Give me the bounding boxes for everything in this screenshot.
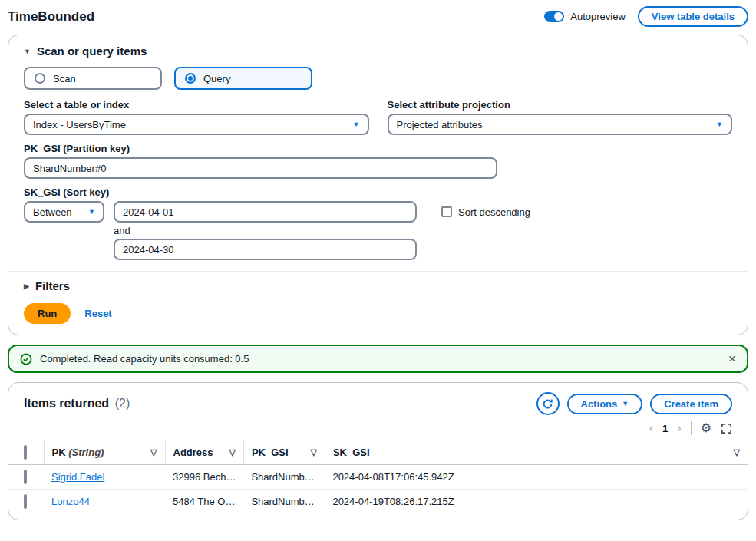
sort-key-field: SK_GSI (Sort key) Between ▼ Sort descend… (24, 186, 732, 260)
caret-down-icon: ▼ (88, 208, 95, 216)
sort-key-condition-select[interactable]: Between ▼ (24, 201, 104, 223)
cell-address: 32996 Bech… (165, 465, 243, 490)
items-returned-panel: Items returned (2) Actions ▼ Create item… (8, 382, 748, 520)
caret-down-icon: ▼ (353, 120, 360, 128)
toggle-knob (554, 12, 563, 21)
table-row: Lonzo44 5484 The O… ShardNumb… 2024-04-1… (8, 490, 748, 514)
query-radio-label: Query (203, 73, 230, 84)
refresh-button[interactable] (536, 392, 560, 415)
results-header: Items returned (2) Actions ▼ Create item (24, 392, 732, 415)
scan-query-tiles: Scan Query (24, 67, 732, 90)
scan-query-section-title: Scan or query items (37, 45, 147, 58)
cell-pk-gsi: ShardNumb… (243, 490, 325, 514)
caret-down-icon: ▼ (716, 120, 723, 128)
query-radio[interactable] (185, 73, 196, 84)
pagination-row: ‹ 1 › ⚙ (24, 421, 732, 435)
section-divider (8, 271, 748, 272)
scan-query-section-header[interactable]: ▼ Scan or query items (24, 45, 732, 58)
sort-key-row: Between ▼ Sort descending (24, 201, 732, 223)
filters-section-title: Filters (35, 279, 70, 292)
results-title-group: Items returned (2) (24, 397, 130, 411)
table-header-row: PK (String) ▽ Address ▽ PK_GSI ▽ (8, 440, 748, 465)
sort-icon[interactable]: ▽ (229, 447, 235, 457)
cell-sk-gsi: 2024-04-08T17:06:45.942Z (325, 465, 748, 490)
caret-right-icon: ▶ (24, 282, 29, 290)
filters-section-header[interactable]: ▶ Filters (24, 279, 732, 292)
autopreview-toggle-group[interactable]: Autopreview (544, 11, 626, 22)
attribute-projection-label: Select attribute projection (388, 99, 733, 111)
select-all-checkbox[interactable] (24, 445, 27, 460)
page-number-1[interactable]: 1 (662, 423, 668, 434)
column-header-sk-gsi[interactable]: SK_GSI ▽ (325, 440, 748, 465)
create-item-button[interactable]: Create item (650, 394, 732, 414)
sort-key-condition-value: Between (33, 206, 72, 218)
items-table: PK (String) ▽ Address ▽ PK_GSI ▽ (8, 440, 748, 513)
autopreview-label: Autopreview (570, 11, 626, 22)
cell-sk-gsi: 2024-04-19T08:26:17.215Z (325, 490, 748, 514)
autopreview-toggle[interactable] (544, 11, 564, 22)
alert-close-icon[interactable]: × (728, 352, 736, 365)
partition-key-input[interactable] (24, 157, 497, 179)
table-index-select[interactable]: Index - UsersByTime ▼ (24, 114, 369, 135)
view-table-details-button[interactable]: View table details (638, 6, 748, 27)
sort-icon[interactable]: ▽ (734, 447, 740, 457)
actions-button[interactable]: Actions ▼ (567, 394, 643, 414)
sort-descending-label: Sort descending (458, 206, 530, 218)
preferences-gear-icon[interactable]: ⚙ (701, 422, 711, 434)
caret-down-icon: ▼ (24, 48, 31, 55)
item-pk-link[interactable]: Sigrid.Fadel (51, 471, 104, 483)
toolbar-divider (691, 421, 692, 435)
table-index-label: Select a table or index (24, 99, 369, 111)
sort-key-label: SK_GSI (Sort key) (24, 186, 732, 198)
previous-page-icon[interactable]: ‹ (649, 422, 653, 434)
results-title: Items returned (24, 397, 109, 410)
column-header-pk-gsi[interactable]: PK_GSI ▽ (243, 440, 325, 465)
scan-query-panel: ▼ Scan or query items Scan Query Select … (8, 35, 748, 335)
sort-icon[interactable]: ▽ (150, 447, 157, 457)
cell-pk-gsi: ShardNumb… (243, 465, 325, 490)
partition-key-label: PK_GSI (Partition key) (24, 143, 732, 154)
item-pk-link[interactable]: Lonzo44 (51, 496, 90, 507)
sort-descending-checkbox[interactable] (441, 206, 452, 217)
success-alert: Completed. Read capacity units consumed:… (8, 345, 748, 373)
fullscreen-icon[interactable] (721, 423, 732, 434)
partition-key-field: PK_GSI (Partition key) (24, 143, 732, 179)
scan-radio-label: Scan (53, 73, 76, 84)
attribute-projection-select-value: Projected attributes (397, 119, 483, 130)
next-page-icon[interactable]: › (677, 422, 681, 434)
sort-icon[interactable]: ▽ (310, 447, 316, 457)
run-button[interactable]: Run (24, 303, 71, 324)
top-bar: TimeBounded Autopreview View table detai… (8, 6, 748, 27)
results-count: (2) (115, 397, 130, 410)
alert-message: Completed. Read capacity units consumed:… (40, 353, 721, 365)
scan-radio[interactable] (35, 73, 45, 84)
column-header-address[interactable]: Address ▽ (165, 440, 243, 465)
table-index-field: Select a table or index Index - UsersByT… (24, 99, 369, 135)
table-row: Sigrid.Fadel 32996 Bech… ShardNumb… 2024… (8, 465, 748, 490)
cell-address: 5484 The O… (165, 490, 243, 514)
attribute-projection-field: Select attribute projection Projected at… (388, 99, 733, 135)
row-checkbox[interactable] (24, 494, 27, 509)
sort-key-from-input[interactable] (114, 201, 417, 223)
column-header-pk[interactable]: PK (String) ▽ (44, 440, 165, 465)
success-check-icon (20, 353, 32, 365)
actions-button-label: Actions (581, 398, 618, 410)
select-row: Select a table or index Index - UsersByT… (24, 99, 732, 135)
refresh-icon (542, 398, 553, 410)
between-and-label: and (114, 225, 732, 236)
attribute-projection-select[interactable]: Projected attributes ▼ (388, 114, 733, 135)
scan-radio-tile[interactable]: Scan (24, 67, 162, 90)
reset-button[interactable]: Reset (84, 308, 111, 319)
results-actions: Actions ▼ Create item (536, 392, 732, 415)
caret-down-icon: ▼ (622, 400, 629, 407)
sort-key-to-input[interactable] (114, 239, 417, 260)
table-index-select-value: Index - UsersByTime (33, 119, 126, 130)
query-radio-tile[interactable]: Query (174, 67, 312, 90)
sort-descending-checkbox-group[interactable]: Sort descending (441, 206, 530, 218)
query-actions-row: Run Reset (24, 303, 732, 324)
page-title: TimeBounded (8, 9, 94, 25)
row-checkbox[interactable] (24, 470, 27, 484)
top-bar-actions: Autopreview View table details (544, 6, 748, 27)
